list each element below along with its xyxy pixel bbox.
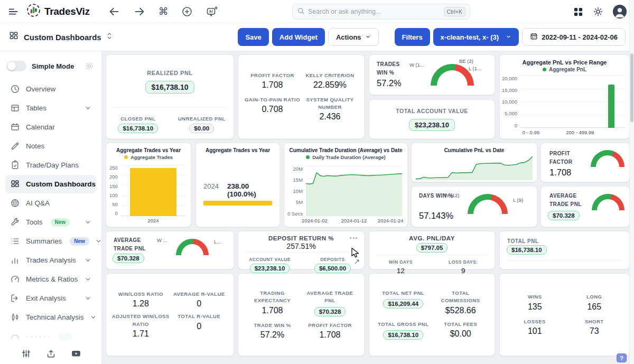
widget-total-account-value[interactable]: TOTAL ACCOUNT VALUE $23,238.10 xyxy=(369,99,495,139)
widget-trades-vs-year-chart[interactable]: Aggregate Trades vs Year Aggregate Trade… xyxy=(106,143,191,227)
widget-quality-metrics[interactable]: PROFIT FACTOR1.708 KELLY CRITERION22.859… xyxy=(238,54,365,139)
widget-cumulative-duration-chart[interactable]: Cumulative Trade Duration (Average) vs D… xyxy=(284,143,408,227)
section-title-group[interactable]: Custom Dashboards xyxy=(8,31,113,43)
stat-value: 57.2% xyxy=(244,330,301,340)
sidebar-item-label: Exit Analysis xyxy=(26,294,66,302)
sidebar-item-trades-analysis[interactable]: Trades Analysis xyxy=(5,251,96,269)
apps-grid-icon[interactable] xyxy=(573,7,583,17)
chevron-down-icon[interactable] xyxy=(85,276,91,283)
add-circle-icon[interactable] xyxy=(181,6,193,17)
date-range-picker[interactable]: 2022-09-11 - 2024-02-06 xyxy=(522,28,626,46)
gauge-label-win: W (12) xyxy=(444,192,460,198)
forward-icon[interactable] xyxy=(133,5,146,18)
ai-chat-icon[interactable]: AI xyxy=(206,5,218,18)
resize-handle-icon[interactable] xyxy=(354,257,360,267)
widget-realized-pnl[interactable]: REALIZED PNL $16,738.10 CLOSED PNL $16,7… xyxy=(106,54,234,139)
gauge-icon xyxy=(10,274,20,284)
sidebar-item-technical-analysis[interactable]: Technical Analysis xyxy=(5,308,96,326)
stat-label: TOTAL FEES xyxy=(432,321,490,328)
sidebar-item-summaries[interactable]: Summaries New xyxy=(5,232,96,250)
widget-menu-dots-icon[interactable] xyxy=(348,236,359,240)
chevron-down-icon[interactable] xyxy=(85,105,91,111)
widget-win-loss-ratios[interactable]: WIN/LOSS RATIO1.28 AVERAGE R-VALUE0 ADJU… xyxy=(106,273,234,356)
simple-mode-toggle[interactable] xyxy=(6,61,26,71)
sidebar-item-exit-analysis[interactable]: Exit Analysis xyxy=(5,289,96,307)
sidebar-item-label: Metrics & Ratios xyxy=(26,275,78,283)
dashboard-selector[interactable]: x-clean-test, x- (3) xyxy=(433,28,519,46)
stat-label: DEPOSITS xyxy=(320,257,344,262)
sliders-icon[interactable] xyxy=(21,348,31,359)
stat-label: TOTAL COMMISSIONS xyxy=(432,290,490,305)
widget-total-pnl[interactable]: TOTAL PNL $16,738.10 xyxy=(499,231,630,269)
menu-icon[interactable] xyxy=(7,6,19,17)
sidebar-item-trade-day-plans[interactable]: Trade/Day Plans xyxy=(5,156,96,174)
add-widget-button[interactable]: Add Widget xyxy=(272,28,325,46)
widget-title: AVG. PNL/DAY xyxy=(369,235,495,241)
avatar[interactable] xyxy=(613,5,627,18)
theme-sun-icon[interactable] xyxy=(593,6,603,17)
stat-label: AVERAGE R-VALUE xyxy=(170,291,229,298)
youtube-icon[interactable] xyxy=(71,348,81,359)
widget-days-win[interactable]: DAYS WIN % 57.143% W (12) L (9) xyxy=(411,186,537,227)
gear-icon[interactable] xyxy=(85,61,94,71)
chevron-down-icon[interactable] xyxy=(90,314,97,321)
sidebar-item-partial[interactable]: · · · · · · xyxy=(5,327,96,346)
widget-title: TOTAL PNL xyxy=(507,237,539,245)
chevron-down-icon[interactable] xyxy=(85,219,91,226)
realized-pnl-value: $16,738.10 xyxy=(145,81,194,94)
stat-value: 101 xyxy=(505,326,565,336)
sidebar-item-metrics-ratios[interactable]: Metrics & Ratios xyxy=(5,270,96,288)
widget-avg-pnl-day[interactable]: AVG. PNL/DAY $797.05 WIN DAYS12 LOSS DAY… xyxy=(369,231,495,269)
gauge-label-loss: L (9) xyxy=(513,197,523,203)
widget-title: PROFIT FACTOR xyxy=(549,150,580,166)
widget-trades-vs-year-horizontal[interactable]: Aggregate Trades vs Year 2024 238.00 (10… xyxy=(195,143,280,227)
widget-average-trade-pnl[interactable]: AVERAGE TRADE PNL $70.328 xyxy=(540,186,630,227)
search-bar[interactable]: Ctrl+K xyxy=(292,4,470,20)
sort-icon[interactable] xyxy=(106,32,113,42)
stat-value: 0 xyxy=(170,299,229,309)
chevron-down-icon[interactable] xyxy=(85,257,91,264)
stat-label: WINS xyxy=(505,293,565,301)
back-icon[interactable] xyxy=(108,5,120,18)
upload-icon[interactable] xyxy=(46,348,56,359)
search-input[interactable] xyxy=(308,8,441,15)
filters-button[interactable]: Filters xyxy=(395,28,430,46)
sidebar-item-notes[interactable]: Notes xyxy=(5,137,96,155)
widget-trades-win[interactable]: TRADES WIN % 57.2% W (1... BE (2) L (1..… xyxy=(369,54,495,95)
gauge-label-win: W (1... xyxy=(409,62,424,68)
sidebar-item-custom-dashboards[interactable]: Custom Dashboards xyxy=(5,175,96,193)
widget-cumulative-pnl-chart[interactable]: Cumulative PnL vs Date xyxy=(411,143,537,182)
actions-button[interactable]: Actions xyxy=(328,28,379,46)
widget-profit-factor[interactable]: PROFIT FACTOR 1.708 xyxy=(540,143,630,182)
help-button[interactable]: ? xyxy=(617,353,627,362)
sidebar-item-tools[interactable]: Tools New xyxy=(5,213,96,231)
widget-title: DEPOSIT RETURN % xyxy=(238,235,364,241)
brand[interactable]: TradesViz xyxy=(26,3,90,20)
sidebar-item-tables[interactable]: Tables xyxy=(5,99,96,117)
clock-icon xyxy=(10,84,20,94)
sidebar-item-calendar[interactable]: Calendar xyxy=(5,118,96,136)
sidebar-item-label: Trade/Day Plans xyxy=(26,161,79,169)
widget-pnl-vs-price-range-chart[interactable]: Aggregate PnL vs Price Range Aggregate P… xyxy=(499,54,630,139)
gauge-label-loss: L... xyxy=(214,239,221,245)
command-icon[interactable]: ⌘ xyxy=(158,5,169,17)
widget-average-trade-pnl-2[interactable]: AVERAGE TRADE PNL $70.328 W ... L... xyxy=(106,231,234,269)
save-button[interactable]: Save xyxy=(238,28,268,46)
stat-value: 165 xyxy=(565,302,624,312)
stat-value: 2.436 xyxy=(301,112,359,122)
widget-expectancy[interactable]: TRADING EXPECTANCY1.708 AVERAGE TRADE PN… xyxy=(238,273,365,356)
scrollbar-thumb[interactable] xyxy=(630,53,633,122)
sidebar-item-overview[interactable]: Overview xyxy=(5,80,96,98)
closed-pnl-value: $16,738.10 xyxy=(118,124,158,133)
sidebar-item-ai-q-a[interactable]: AI Q&A xyxy=(5,194,96,212)
widget-deposit-return[interactable]: DEPOSIT RETURN % 257.51% ACCOUNT VALUE$2… xyxy=(238,231,365,269)
chevron-down-icon[interactable] xyxy=(85,295,91,302)
widget-totals[interactable]: TOTAL NET PNL$16,209.44 TOTAL COMMISSION… xyxy=(369,273,495,356)
legend-dot xyxy=(543,68,546,71)
svg-text:AI: AI xyxy=(209,10,212,13)
chart-title: Cumulative Trade Duration (Average) vs D… xyxy=(284,147,407,153)
chevron-down-icon[interactable] xyxy=(95,238,102,245)
chart-title: Cumulative PnL vs Date xyxy=(412,147,537,153)
widget-counts[interactable]: WINS135 LONG165 LOSSES101 SHORT73 xyxy=(499,273,630,356)
widget-title: TOTAL ACCOUNT VALUE xyxy=(396,107,468,116)
